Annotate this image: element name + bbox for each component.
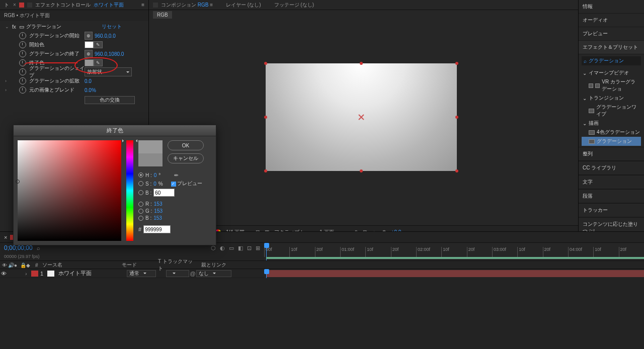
- end-color-swatch[interactable]: [85, 59, 94, 66]
- tl-tool-icon[interactable]: ⊞: [256, 245, 260, 251]
- prop-start-point-value[interactable]: 960.0,0.0: [95, 33, 116, 39]
- anchor-point-icon[interactable]: [358, 114, 365, 121]
- radio-g[interactable]: [138, 209, 143, 214]
- tl-tool-icon[interactable]: ⊡: [247, 245, 252, 251]
- work-area-bar[interactable]: [266, 257, 644, 259]
- paragraph-panel-header[interactable]: 段落: [579, 189, 644, 203]
- effects-presets-header[interactable]: エフェクト＆プリセット: [579, 41, 644, 54]
- stopwatch-icon[interactable]: [19, 41, 26, 48]
- ruler-tick[interactable]: 10f: [593, 247, 618, 257]
- stopwatch-icon[interactable]: [19, 59, 26, 66]
- visibility-toggle[interactable]: 👁: [0, 271, 7, 277]
- matte-dropdown[interactable]: [166, 270, 189, 277]
- close-icon[interactable]: ×: [4, 234, 7, 240]
- tl-tool-icon[interactable]: ◧: [238, 245, 243, 251]
- stopwatch-icon[interactable]: [19, 77, 26, 84]
- ruler-tick[interactable]: 10f: [289, 247, 314, 257]
- twirl-right-icon[interactable]: ›: [25, 271, 31, 277]
- col-lock-icon[interactable]: 🔒: [18, 263, 24, 268]
- hue-slider[interactable]: [126, 140, 133, 241]
- handle-tm[interactable]: [360, 62, 363, 65]
- prop-blend-value[interactable]: 0.0%: [85, 88, 96, 93]
- handle-bl[interactable]: [264, 169, 267, 172]
- reset-link[interactable]: リセット: [102, 23, 122, 30]
- radio-r[interactable]: [138, 202, 143, 207]
- b2-value[interactable]: 153: [153, 215, 162, 221]
- fx-toggle-icon[interactable]: fx: [12, 24, 19, 30]
- crosshair-button[interactable]: ⊕: [85, 32, 93, 40]
- ruler-tick[interactable]: 02:00f: [416, 247, 441, 257]
- ruler-tick[interactable]: 20f: [315, 247, 340, 257]
- time-ruler[interactable]: 00f10f20f01:00f10f20f02:00f10f20f03:00f1…: [264, 243, 644, 260]
- character-panel-header[interactable]: 文字: [579, 175, 644, 189]
- pickwhip-icon[interactable]: @: [189, 271, 196, 277]
- radio-h[interactable]: [138, 172, 143, 178]
- effect-title-row[interactable]: ⌄ fx ▭ グラデーション リセット: [0, 22, 148, 31]
- ruler-tick[interactable]: 01:00f: [340, 247, 365, 257]
- tree-item[interactable]: グラデーションワイプ: [582, 103, 641, 119]
- old-color-swatch[interactable]: [138, 153, 163, 166]
- layer-label-color[interactable]: [31, 271, 38, 277]
- stopwatch-icon[interactable]: [19, 68, 26, 75]
- start-color-swatch[interactable]: [85, 41, 94, 48]
- col-source[interactable]: ソース名: [40, 261, 120, 269]
- shape-dropdown[interactable]: 放射状: [85, 67, 132, 76]
- footage-tab[interactable]: フッテージ (なし): [274, 2, 314, 9]
- ruler-tick[interactable]: 20f: [543, 247, 568, 257]
- twirl-right-icon[interactable]: ›: [5, 78, 12, 83]
- ok-button[interactable]: OK: [168, 140, 204, 150]
- hex-input[interactable]: [143, 225, 171, 233]
- eyedropper-icon[interactable]: ✎: [171, 170, 181, 180]
- align-panel-header[interactable]: 整列: [579, 147, 644, 161]
- search-icon[interactable]: ⌕: [37, 245, 40, 251]
- preview-panel-header[interactable]: プレビュー: [579, 27, 644, 41]
- eyedropper-icon[interactable]: ✎: [94, 41, 103, 48]
- radio-b[interactable]: [138, 190, 143, 195]
- h-value[interactable]: 0: [154, 172, 157, 178]
- close-icon[interactable]: ×: [13, 2, 16, 8]
- prop-scatter-value[interactable]: 0.0: [85, 78, 92, 84]
- tl-tool-icon[interactable]: ◐: [220, 245, 225, 251]
- handle-br[interactable]: [455, 169, 458, 172]
- handle-ml[interactable]: [264, 116, 267, 119]
- layer-track-area[interactable]: [264, 269, 644, 278]
- audio-panel-header[interactable]: オーディオ: [579, 14, 644, 27]
- col-solo-icon[interactable]: ●: [12, 263, 18, 268]
- layer-duration-bar[interactable]: [266, 270, 644, 277]
- swap-colors-button[interactable]: 色の交換: [85, 96, 135, 104]
- ruler-tick[interactable]: 04:00f: [568, 247, 593, 257]
- ruler-tick[interactable]: 10f: [517, 247, 542, 257]
- color-field-cursor[interactable]: [16, 180, 20, 184]
- playhead-line[interactable]: [266, 269, 267, 278]
- g-value[interactable]: 153: [154, 208, 163, 214]
- tracker-panel-header[interactable]: トラッカー: [579, 203, 644, 217]
- radio-b2[interactable]: [138, 216, 143, 221]
- mode-dropdown[interactable]: 通常: [127, 270, 156, 277]
- layer-bounds[interactable]: [266, 63, 457, 171]
- handle-tr[interactable]: [455, 62, 458, 65]
- eyedropper-icon[interactable]: ✎: [94, 59, 103, 66]
- tree-category[interactable]: ⌄描画: [582, 119, 641, 128]
- handle-bm[interactable]: [360, 169, 363, 172]
- tree-item-selected[interactable]: グラデーション: [582, 137, 641, 146]
- tree-item[interactable]: 4色グラデーション: [582, 128, 641, 137]
- ruler-tick[interactable]: 10f: [441, 247, 466, 257]
- cancel-button[interactable]: キャンセル: [168, 153, 204, 163]
- col-parent[interactable]: 親とリンク: [199, 261, 228, 269]
- twirl-down-icon[interactable]: ⌄: [5, 24, 12, 29]
- prop-end-point-value[interactable]: 960.0,1080.0: [95, 51, 124, 57]
- stopwatch-icon[interactable]: [19, 50, 26, 57]
- r-value[interactable]: 153: [154, 201, 163, 207]
- ruler-tick[interactable]: 20f: [619, 247, 644, 257]
- effect-name[interactable]: グラデーション: [26, 23, 82, 30]
- current-time[interactable]: 0;00;00;00: [4, 244, 33, 251]
- crosshair-button[interactable]: ⊕: [85, 50, 93, 58]
- tl-tool-icon[interactable]: ⬡: [211, 245, 216, 251]
- handle-mr[interactable]: [455, 116, 458, 119]
- ruler-tick[interactable]: 03:00f: [492, 247, 517, 257]
- layer-name[interactable]: ホワイト平面: [56, 270, 127, 277]
- col-label-icon[interactable]: ◆: [24, 263, 33, 268]
- parent-dropdown[interactable]: なし: [196, 270, 231, 277]
- s-value[interactable]: 0: [153, 181, 156, 187]
- ruler-tick[interactable]: 20f: [391, 247, 416, 257]
